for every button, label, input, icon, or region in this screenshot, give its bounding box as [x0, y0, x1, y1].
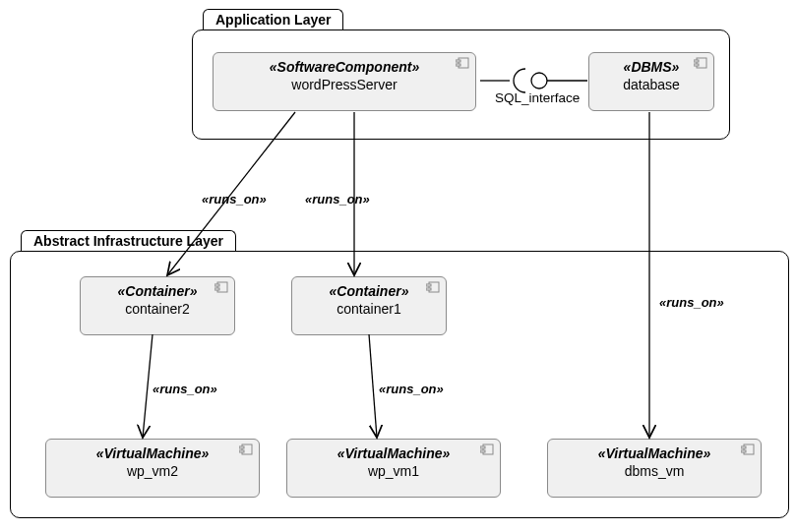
infrastructure-layer-title: Abstract Infrastructure Layer: [21, 230, 236, 251]
edge-label-runs-on-wp-c2: «runs_on»: [202, 192, 267, 207]
node-dbms-vm: «VirtualMachine» dbms_vm: [547, 439, 762, 498]
component-icon: [426, 281, 440, 293]
component-icon: [456, 57, 469, 69]
node-wp-vm2-name: wp_vm2: [54, 463, 251, 479]
edge-label-runs-on-wp-c1: «runs_on»: [305, 192, 370, 207]
svg-rect-19: [741, 446, 746, 448]
svg-rect-11: [426, 288, 431, 290]
node-database-name: database: [597, 77, 705, 92]
edge-label-runs-on-db-vm: «runs_on»: [659, 295, 724, 310]
svg-rect-10: [426, 284, 431, 286]
node-container2-name: container2: [89, 301, 226, 317]
node-container2-stereotype: «Container»: [89, 283, 226, 299]
edge-label-runs-on-c1-vm1: «runs_on»: [379, 382, 444, 396]
node-container1: «Container» container1: [291, 276, 447, 335]
component-icon: [239, 443, 253, 455]
node-wp-vm1-name: wp_vm1: [295, 463, 492, 479]
node-container2: «Container» container2: [80, 276, 235, 335]
component-icon: [480, 443, 494, 455]
node-database-stereotype: «DBMS»: [597, 59, 705, 75]
node-wp-vm2-stereotype: «VirtualMachine»: [54, 445, 251, 461]
node-container1-name: container1: [300, 301, 438, 317]
svg-rect-4: [694, 60, 699, 62]
svg-rect-16: [480, 446, 485, 448]
component-icon: [694, 57, 707, 69]
edge-label-sql-interface: SQL_interface: [495, 90, 580, 105]
svg-rect-14: [239, 450, 244, 452]
node-dbms-vm-stereotype: «VirtualMachine»: [556, 445, 753, 461]
application-layer-title: Application Layer: [203, 9, 343, 30]
node-wordpress: «SoftwareComponent» wordPressServer: [213, 52, 476, 111]
application-layer: Application Layer «SoftwareComponent» wo…: [192, 30, 730, 140]
svg-rect-7: [214, 284, 219, 286]
node-wp-vm1: «VirtualMachine» wp_vm1: [286, 439, 501, 498]
svg-rect-5: [694, 64, 699, 66]
node-database: «DBMS» database: [588, 52, 714, 111]
svg-rect-13: [239, 446, 244, 448]
node-wp-vm1-stereotype: «VirtualMachine»: [295, 445, 492, 461]
svg-rect-1: [456, 60, 460, 62]
node-wordpress-name: wordPressServer: [221, 77, 467, 92]
node-wordpress-stereotype: «SoftwareComponent»: [221, 59, 467, 75]
node-dbms-vm-name: dbms_vm: [556, 463, 753, 479]
svg-rect-2: [456, 64, 460, 66]
node-container1-stereotype: «Container»: [300, 283, 438, 299]
svg-rect-8: [214, 288, 219, 290]
svg-rect-17: [480, 450, 485, 452]
svg-rect-20: [741, 450, 746, 452]
component-icon: [741, 443, 755, 455]
component-icon: [214, 281, 228, 293]
edge-label-runs-on-c2-vm2: «runs_on»: [153, 382, 217, 396]
node-wp-vm2: «VirtualMachine» wp_vm2: [45, 439, 260, 498]
